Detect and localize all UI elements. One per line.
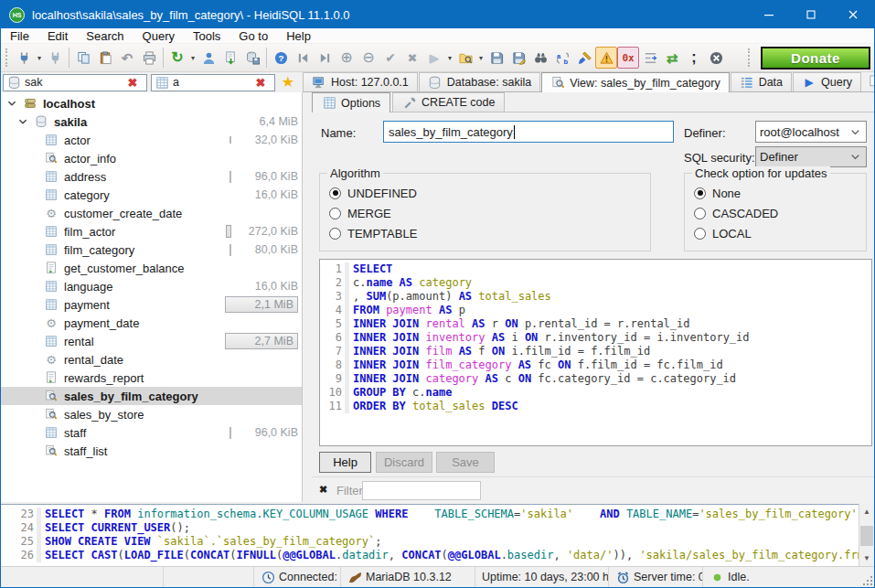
dropdown-arrow-icon[interactable]: ▾ bbox=[476, 54, 486, 62]
load-sql-file-button[interactable] bbox=[454, 47, 476, 69]
tree-item-rewards_report[interactable]: rewards_report bbox=[1, 369, 302, 387]
tab-data[interactable]: Data bbox=[731, 72, 792, 91]
help-button[interactable]: ? bbox=[270, 47, 292, 69]
undo-button[interactable]: ↶ bbox=[116, 47, 138, 69]
expander-icon[interactable] bbox=[6, 96, 17, 111]
donate-button[interactable]: Donate bbox=[761, 47, 870, 69]
tree-item-get_customer_balance[interactable]: get_customer_balance bbox=[1, 259, 302, 277]
tree-item-rental[interactable]: rental2,7 MiB bbox=[1, 332, 302, 350]
resize-grip[interactable] bbox=[862, 575, 873, 586]
sync-selection-button[interactable]: ⇄ bbox=[661, 47, 683, 69]
dropdown-arrow-icon[interactable]: ▾ bbox=[188, 54, 197, 62]
scroll-up-icon[interactable]: ▲ bbox=[859, 504, 874, 519]
tree-item-staff_list[interactable]: staff_list bbox=[1, 442, 302, 460]
paste-button[interactable] bbox=[94, 47, 116, 69]
minimize-icon[interactable] bbox=[748, 1, 790, 28]
tree-item-localhost[interactable]: localhost bbox=[1, 94, 302, 112]
tab-host-127-0-0-1[interactable]: Host: 127.0.0.1 bbox=[303, 72, 418, 91]
radio-circle-icon[interactable] bbox=[329, 228, 341, 240]
menu-help[interactable]: Help bbox=[277, 28, 320, 44]
session-disconnect-button[interactable] bbox=[44, 47, 66, 69]
tree-item-staff[interactable]: staff96,0 KiB bbox=[1, 423, 302, 442]
expander-icon[interactable] bbox=[17, 114, 28, 129]
tree-item-payment_date[interactable]: ⚙payment_date bbox=[1, 314, 302, 332]
scroll-thumb[interactable] bbox=[860, 526, 873, 546]
panel-splitter[interactable] bbox=[303, 92, 312, 502]
radio-circle-icon[interactable] bbox=[329, 187, 341, 199]
tree-item-rental_date[interactable]: ⚙rental_date bbox=[1, 350, 302, 369]
tree-item-customer_create_date[interactable]: ⚙customer_create_date bbox=[1, 204, 302, 222]
indent-button[interactable] bbox=[639, 47, 661, 69]
tree-item-sales_by_store[interactable]: sales_by_store bbox=[1, 405, 302, 423]
favorites-star-icon[interactable]: ★ bbox=[281, 75, 295, 90]
save-sql-as-button[interactable] bbox=[507, 47, 529, 69]
dropdown-arrow-icon[interactable]: ▾ bbox=[445, 54, 454, 62]
run-query-button[interactable]: ▶ bbox=[423, 47, 445, 69]
first-record-button[interactable] bbox=[292, 47, 314, 69]
stop-query-button[interactable] bbox=[705, 47, 727, 69]
tree-item-film_category[interactable]: film_category80,0 KiB bbox=[1, 241, 302, 259]
menu-go-to[interactable]: Go to bbox=[229, 28, 277, 44]
menu-tools[interactable]: Tools bbox=[184, 28, 229, 44]
tab-view-sales-by-film-category[interactable]: View: sales_by_film_category bbox=[541, 72, 729, 92]
radio-circle-icon[interactable] bbox=[694, 187, 706, 199]
maximize-icon[interactable] bbox=[790, 1, 832, 28]
user-manager-button[interactable] bbox=[197, 47, 219, 69]
tree-item-address[interactable]: address96,0 KiB bbox=[1, 167, 302, 186]
new-query-tab-icon[interactable] bbox=[868, 74, 875, 89]
radio-local[interactable]: LOCAL bbox=[694, 225, 752, 241]
definer-combobox[interactable]: root@localhost bbox=[755, 121, 867, 143]
radio-none[interactable]: None bbox=[694, 185, 741, 201]
toolbar-grip-2[interactable] bbox=[748, 48, 752, 67]
delete-row-button[interactable]: ⊖ bbox=[357, 47, 379, 69]
view-name-input[interactable]: sales_by_film_category bbox=[383, 121, 674, 143]
insert-row-button[interactable]: ⊕ bbox=[336, 47, 357, 69]
tab-options[interactable]: Options bbox=[312, 92, 390, 112]
tree-item-actor_info[interactable]: actor_info bbox=[1, 149, 302, 167]
tab-create-code[interactable]: CREATE code bbox=[392, 92, 505, 112]
radio-temptable[interactable]: TEMPTABLE bbox=[329, 225, 417, 241]
radio-cascaded[interactable]: CASCADED bbox=[694, 205, 778, 221]
delimiter-button[interactable]: ; bbox=[683, 47, 705, 69]
tab-query[interactable]: ▶Query bbox=[793, 72, 861, 91]
save-button[interactable]: Save bbox=[436, 452, 495, 473]
menu-edit[interactable]: Edit bbox=[38, 28, 77, 44]
tree-item-film_actor[interactable]: film_actor272,0 KiB bbox=[1, 222, 302, 241]
save-database-button[interactable] bbox=[241, 47, 263, 69]
table-filter-input[interactable]: a ✖ bbox=[151, 74, 275, 91]
tree-item-category[interactable]: category16,0 KiB bbox=[1, 186, 302, 204]
reformat-sql-button[interactable] bbox=[573, 47, 595, 69]
tree-item-language[interactable]: language16,0 KiB bbox=[1, 277, 302, 295]
tree-item-sakila[interactable]: sakila6,4 MiB bbox=[1, 112, 302, 131]
radio-circle-icon[interactable] bbox=[694, 228, 706, 240]
menu-search[interactable]: Search bbox=[77, 28, 133, 44]
view-select-editor[interactable]: 1SELECT2c.name AS category3, SUM(p.amoun… bbox=[319, 259, 872, 446]
toolbar-grip[interactable] bbox=[5, 48, 10, 67]
copy-button[interactable] bbox=[72, 47, 94, 69]
close-icon[interactable] bbox=[832, 1, 874, 28]
scroll-down-icon[interactable]: ▼ bbox=[859, 551, 874, 566]
save-sql-button[interactable] bbox=[486, 47, 507, 69]
dropdown-arrow-icon[interactable]: ▾ bbox=[35, 54, 44, 62]
clear-filter-icon[interactable]: ✖ bbox=[125, 75, 140, 90]
refresh-button[interactable]: ↻ bbox=[166, 47, 188, 69]
last-record-button[interactable] bbox=[314, 47, 336, 69]
tree-item-payment[interactable]: payment2,1 MiB bbox=[1, 295, 302, 314]
clear-filter-icon[interactable]: ✖ bbox=[253, 75, 268, 90]
post-changes-button[interactable]: ✔ bbox=[379, 47, 401, 69]
find-text-button[interactable] bbox=[529, 47, 551, 69]
radio-circle-icon[interactable] bbox=[329, 208, 341, 219]
print-button[interactable] bbox=[138, 47, 160, 69]
highlight-errors-button[interactable] bbox=[595, 47, 617, 69]
cancel-editing-button[interactable]: ✖ bbox=[401, 47, 423, 69]
radio-circle-icon[interactable] bbox=[694, 208, 706, 219]
sql-security-dropdown[interactable]: Definer bbox=[755, 146, 867, 167]
menu-file[interactable]: File bbox=[1, 28, 38, 44]
replace-text-button[interactable]: ab bbox=[551, 47, 573, 69]
database-filter-input[interactable]: sak ✖ bbox=[3, 74, 147, 91]
filter-input[interactable] bbox=[362, 481, 481, 500]
radio-undefined[interactable]: UNDEFINED bbox=[329, 185, 417, 201]
session-connect-button[interactable] bbox=[13, 47, 35, 69]
bind-parameters-button[interactable]: 0x bbox=[617, 47, 639, 69]
tree-item-actor[interactable]: actor32,0 KiB bbox=[1, 131, 302, 149]
